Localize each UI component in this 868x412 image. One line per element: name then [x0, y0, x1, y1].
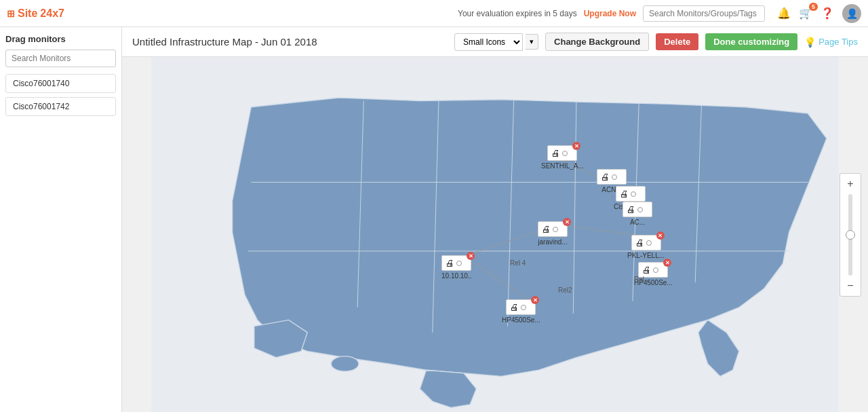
node-error-hp4500-right: ✕ [663, 259, 671, 267]
node-icon-senthil: 🖨 [551, 148, 560, 158]
node-error-pklyell: ✕ [656, 231, 665, 240]
node-card-senthil: ✕ 🖨 [547, 145, 577, 161]
node-card-pklyell: ✕ 🖨 [631, 235, 661, 250]
upgrade-button[interactable]: Upgrade Now [584, 9, 636, 18]
node-label-jaravind: jaravind... [538, 238, 567, 246]
node-status-ac [637, 207, 643, 212]
relation-label-rel4: Rel 4 [510, 259, 526, 267]
relation-label-rel2: Rel2 [558, 286, 572, 294]
node-status-hp4500-bottom [521, 305, 526, 310]
page-title: Untitled Infrastructure Map - Jun 01 201… [132, 36, 448, 48]
zoom-out-button[interactable]: − [843, 278, 858, 293]
node-error-jaravind: ✕ [563, 218, 571, 226]
map-node-pklyell[interactable]: ✕ 🖨 PKL-YELL... [627, 235, 665, 259]
zoom-controls: + − [840, 173, 861, 297]
map-node-senthil[interactable]: ✕ 🖨 SENTHIL_A... [541, 145, 584, 170]
cart-badge: 5 [809, 3, 818, 11]
page-tips-label: Page Tips [818, 37, 858, 47]
node-status-pklyell [646, 240, 652, 246]
node-label-pklyell: PKL-YELL... [627, 252, 665, 259]
user-avatar[interactable]: 👤 [842, 4, 861, 23]
node-card-acn: 🖨 [597, 169, 627, 185]
map-node-hp4500-bottom[interactable]: ✕ 🖨 HP4500Se... [502, 299, 540, 324]
icon-size-selector: Small Icons ▾ [454, 33, 538, 51]
done-customizing-button[interactable]: Done customizing [705, 33, 797, 50]
map-node-ac[interactable]: 🖨 AC... [623, 202, 652, 226]
zoom-slider-thumb[interactable] [846, 230, 855, 240]
sidebar-monitor-cisco1[interactable]: Cisco76001740 [5, 74, 116, 93]
usa-hawaii [331, 356, 359, 371]
main-layout: Drag monitors Cisco76001740 Cisco7600174… [0, 27, 868, 412]
sidebar: Drag monitors Cisco76001740 Cisco7600174… [0, 27, 122, 412]
node-icon-hp4500-right: 🖨 [642, 265, 651, 275]
node-icon-hp4500-bottom: 🖨 [510, 302, 519, 312]
cart-icon[interactable]: 🛒 5 [799, 7, 812, 20]
nav-icons: 🔔 🛒 5 ❓ 👤 [777, 4, 861, 23]
node-icon-pklyell: 🖨 [635, 238, 644, 248]
node-icon-acn: 🖨 [601, 172, 610, 182]
help-icon[interactable]: ❓ [821, 7, 834, 20]
content-area: Untitled Infrastructure Map - Jun 01 201… [122, 27, 868, 412]
zoom-slider-track [848, 194, 852, 276]
node-error-hp4500-bottom: ✕ [531, 296, 539, 304]
eval-text: Your evaluation expires in 5 days [458, 9, 577, 18]
node-status-cisco375 [631, 191, 636, 197]
zoom-in-button[interactable]: + [843, 176, 858, 191]
relation-label-rel3: Rel... [634, 276, 650, 283]
logo-site-text: Site [18, 7, 37, 20]
node-icon-ac: 🖨 [627, 204, 635, 214]
node-status-acn [612, 174, 617, 180]
node-error-senthil: ✕ [572, 142, 580, 150]
icon-size-select[interactable]: Small Icons [454, 33, 523, 51]
node-label-senthil: SENTHIL_A... [541, 162, 584, 170]
sidebar-monitor-cisco2[interactable]: Cisco76001742 [5, 97, 116, 116]
map-area: ✕ 🖨 SENTHIL_A... 🖨 ACN... 🖨 [122, 57, 868, 412]
content-header: Untitled Infrastructure Map - Jun 01 201… [122, 27, 868, 57]
logo-grid-icon: ⊞ [7, 8, 15, 19]
node-card-hp4500-bottom: ✕ 🖨 [506, 299, 536, 315]
change-background-button[interactable]: Change Background [545, 33, 649, 51]
icon-size-caret[interactable]: ▾ [526, 34, 538, 50]
node-label-hp4500-bottom: HP4500Se... [502, 316, 540, 324]
usa-map-svg [122, 57, 868, 412]
top-search-input[interactable] [643, 5, 765, 22]
node-card-ac: 🖨 [623, 202, 652, 217]
node-status-10-10 [456, 261, 462, 266]
top-navigation: ⊞ Site24x7 Your evaluation expires in 5 … [0, 0, 868, 27]
delete-button[interactable]: Delete [656, 33, 698, 50]
search-monitors-input[interactable] [5, 50, 116, 67]
node-status-senthil [562, 151, 568, 156]
node-card-cisco375: 🖨 [616, 186, 646, 202]
map-node-jaravind[interactable]: ✕ 🖨 jaravind... [538, 221, 568, 246]
site-logo: ⊞ Site24x7 [7, 7, 64, 20]
node-status-hp4500-right [653, 267, 658, 273]
map-node-10-10[interactable]: ✕ 🖨 10.10.10.. [441, 255, 471, 280]
page-tips-icon: 💡 [804, 37, 816, 48]
node-icon-cisco375: 🖨 [620, 189, 629, 199]
page-tips-button[interactable]: 💡 Page Tips [804, 37, 858, 48]
drag-monitors-label: Drag monitors [5, 34, 116, 44]
node-label-10-10: 10.10.10.. [441, 272, 471, 280]
node-label-ac: AC... [630, 219, 645, 226]
node-card-jaravind: ✕ 🖨 [538, 221, 568, 237]
node-icon-10-10: 🖨 [446, 258, 454, 268]
node-card-10-10: ✕ 🖨 [441, 255, 471, 271]
notification-bell-icon[interactable]: 🔔 [777, 7, 791, 20]
node-icon-jaravind: 🖨 [542, 224, 551, 234]
node-status-jaravind [553, 227, 558, 232]
